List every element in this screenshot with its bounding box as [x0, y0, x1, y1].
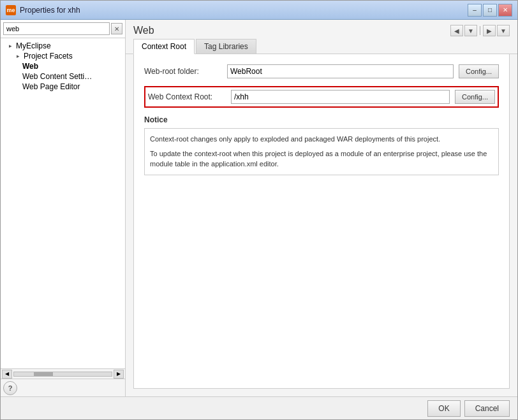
app-icon: me [6, 5, 16, 15]
left-panel-bottom: ? [1, 379, 125, 396]
cancel-button[interactable]: Cancel [464, 400, 510, 417]
web-context-input[interactable] [231, 90, 450, 104]
nav-back-dropdown-button[interactable]: ▼ [464, 25, 477, 36]
titlebar-buttons: – □ ✕ [468, 4, 512, 17]
titlebar: me Properties for xhh – □ ✕ [1, 1, 517, 20]
scrollbar-thumb [34, 372, 53, 376]
web-root-row: Web-root folder: Config... [144, 64, 499, 78]
tree-label-myeclipse: MyEclipse [16, 41, 51, 50]
notice-line-2: To update the context-root when this pro… [150, 148, 493, 170]
left-panel: ✕ ▸ MyEclipse ▸ Project Facets [1, 20, 126, 396]
web-root-label: Web-root folder: [144, 67, 227, 76]
form-content: Web-root folder: Config... Web Context R… [133, 54, 510, 389]
tabs-row: Context Root Tag Libraries [126, 39, 517, 54]
bottom-bar: OK Cancel [1, 396, 517, 419]
web-root-config-button[interactable]: Config... [459, 64, 499, 78]
info-button[interactable]: ? [3, 381, 17, 395]
tree-area: ▸ MyEclipse ▸ Project Facets Web [1, 38, 125, 368]
web-context-label: Web Context Root: [148, 92, 231, 101]
window-title: Properties for xhh [20, 6, 468, 15]
minimize-button[interactable]: – [468, 4, 482, 17]
tree-label-project-facets: Project Facets [24, 52, 73, 61]
notice-section: Notice Context-root changes only apply t… [144, 115, 499, 175]
scroll-right-button[interactable]: ▶ [114, 370, 124, 379]
notice-box: Context-root changes only apply to explo… [144, 128, 499, 175]
tree-item-web[interactable]: Web [1, 61, 125, 71]
close-button[interactable]: ✕ [498, 4, 512, 17]
search-bar: ✕ [1, 20, 125, 38]
tree-arrow-project-facets: ▸ [13, 52, 22, 61]
scroll-left-button[interactable]: ◀ [2, 370, 12, 379]
tree-label-web-page-editor: Web Page Editor [22, 82, 80, 91]
nav-forward-dropdown-button[interactable]: ▼ [497, 25, 510, 36]
main-window: me Properties for xhh – □ ✕ ✕ ▸ MyEclips… [0, 0, 518, 420]
scrollbar-track [13, 372, 112, 377]
tree-label-web-content-settings: Web Content Setti… [22, 72, 92, 81]
web-context-root-row: Web Context Root: Config... [144, 86, 499, 108]
nav-separator [480, 26, 480, 35]
notice-title: Notice [144, 115, 499, 124]
tree-item-web-content-settings[interactable]: Web Content Setti… [1, 71, 125, 82]
web-root-input[interactable] [227, 64, 454, 78]
search-input[interactable] [3, 22, 110, 35]
left-panel-scrollbar[interactable]: ◀ ▶ [1, 368, 125, 379]
nav-forward-button[interactable]: ▶ [483, 25, 496, 36]
notice-line-1: Context-root changes only apply to explo… [150, 134, 493, 145]
tab-tag-libraries[interactable]: Tag Libraries [196, 39, 256, 54]
restore-button[interactable]: □ [483, 4, 497, 17]
right-header: Web ◀ ▼ ▶ ▼ [126, 20, 517, 39]
tree-arrow-myeclipse: ▸ [6, 41, 15, 50]
search-clear-button[interactable]: ✕ [111, 23, 122, 34]
ok-button[interactable]: OK [427, 400, 460, 417]
tab-context-root[interactable]: Context Root [133, 39, 195, 54]
nav-back-button[interactable]: ◀ [450, 25, 463, 36]
right-title: Web [133, 25, 154, 36]
tree-item-project-facets[interactable]: ▸ Project Facets [1, 51, 125, 61]
web-context-config-button[interactable]: Config... [455, 90, 495, 104]
right-panel: Web ◀ ▼ ▶ ▼ Context Root Tag Libraries W… [126, 20, 517, 396]
tree-item-myeclipse[interactable]: ▸ MyEclipse [1, 41, 125, 51]
tree-item-web-page-editor[interactable]: Web Page Editor [1, 82, 125, 92]
main-content: ✕ ▸ MyEclipse ▸ Project Facets [1, 20, 517, 396]
tree-label-web: Web [22, 62, 38, 71]
nav-buttons: ◀ ▼ ▶ ▼ [450, 25, 510, 36]
